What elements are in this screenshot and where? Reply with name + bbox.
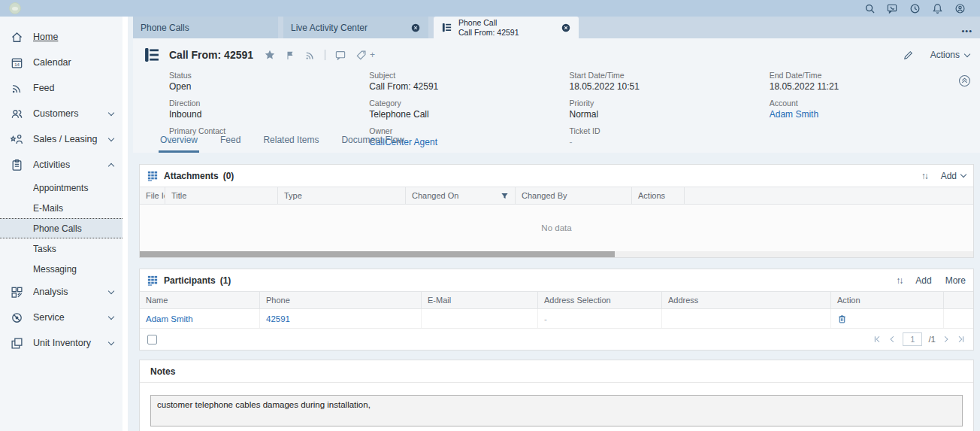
sidebar-item-home[interactable]: Home	[0, 24, 122, 50]
page-total: /1	[928, 335, 936, 344]
follow-feed-icon[interactable]	[304, 50, 316, 61]
scrollbar-thumb[interactable]	[140, 251, 615, 257]
column-filler	[944, 292, 973, 308]
tab-live-activity-center[interactable]: Live Activity Center	[283, 17, 428, 38]
account-link[interactable]: Adam Smith	[770, 109, 954, 120]
sidebar-item-appointments[interactable]: Appointments	[0, 178, 122, 198]
chevron-down-icon	[964, 50, 970, 56]
next-page-icon[interactable]	[942, 335, 951, 344]
column-phone[interactable]: Phone	[260, 292, 422, 308]
column-address[interactable]: Address	[662, 292, 831, 308]
column-file-icon[interactable]: File Ic	[140, 187, 165, 204]
participants-title: Participants	[164, 275, 216, 286]
attachments-header-row: File Ic Title Type Changed On Changed By…	[140, 187, 973, 205]
participant-name-link[interactable]: Adam Smith	[146, 314, 193, 323]
actions-button[interactable]: Actions	[930, 50, 969, 60]
horizontal-scrollbar[interactable]	[140, 251, 973, 257]
sidebar-item-emails[interactable]: E-Mails	[0, 198, 122, 218]
sidebar-item-calendar[interactable]: 14 Calendar	[0, 50, 122, 75]
sidebar-item-activities[interactable]: Activities	[0, 152, 122, 178]
tab-phone-call-active[interactable]: Phone Call Call From: 42591	[434, 17, 579, 38]
flag-icon[interactable]	[285, 50, 295, 61]
filter-icon[interactable]	[501, 192, 509, 200]
field-category: CategoryTelephone Call	[369, 99, 569, 120]
first-page-icon[interactable]	[873, 335, 882, 344]
chevron-down-icon	[108, 338, 114, 344]
edit-pencil-icon[interactable]	[903, 50, 914, 61]
notes-textarea[interactable]: customer telephone cables damages during…	[150, 395, 963, 426]
tab-overview[interactable]: Overview	[159, 132, 199, 153]
search-icon[interactable]	[858, 0, 881, 17]
field-end-datetime: End Date/Time18.05.2022 11:21	[770, 71, 969, 92]
participants-footer: /1	[140, 329, 973, 350]
participants-more-button[interactable]: More	[945, 275, 966, 286]
column-address-selection[interactable]: Address Selection	[538, 292, 662, 308]
close-icon[interactable]	[410, 23, 421, 33]
sidebar-item-tasks[interactable]: Tasks	[0, 238, 122, 259]
sales-leasing-icon	[11, 133, 23, 146]
page-number-input[interactable]	[903, 332, 922, 346]
sidebar-item-messaging[interactable]: Messaging	[0, 259, 122, 279]
sidebar-item-feed[interactable]: Feed	[0, 75, 122, 101]
notifications-bell-icon[interactable]	[926, 0, 948, 17]
field-direction: DirectionInbound	[169, 99, 369, 120]
chevron-down-icon	[108, 287, 114, 293]
page-title: Call From: 42591	[169, 49, 253, 61]
participant-phone-link[interactable]: 42591	[266, 314, 290, 323]
sidebar-item-phone-calls[interactable]: Phone Calls	[0, 218, 122, 238]
chevron-up-icon	[108, 162, 114, 168]
sort-icon[interactable]: ↑↓	[921, 171, 927, 181]
call-chat-icon[interactable]	[881, 0, 903, 17]
column-changed-by[interactable]: Changed By	[516, 187, 632, 204]
sort-icon[interactable]: ↑↓	[896, 275, 902, 286]
add-tag-button[interactable]: +	[370, 50, 375, 60]
column-name[interactable]: Name	[140, 292, 260, 308]
sidebar-item-unit-inventory[interactable]: Unit Inventory	[0, 330, 122, 356]
column-filler	[685, 187, 973, 204]
comment-bubble-icon[interactable]	[334, 50, 346, 61]
column-title[interactable]: Title	[165, 187, 278, 204]
sidebar-item-analysis[interactable]: Analysis	[0, 279, 122, 305]
notes-title: Notes	[140, 360, 973, 383]
tab-title: Phone Call	[458, 18, 556, 27]
history-clock-icon[interactable]	[903, 0, 926, 17]
column-changed-on[interactable]: Changed On	[406, 187, 516, 204]
sidebar-item-customers[interactable]: Customers	[0, 101, 122, 126]
object-header: Call From: 42591 + Actions StatusOpen S	[133, 38, 980, 153]
participants-section: Participants (1) ↑↓ Add More Name Phone …	[139, 269, 974, 351]
customers-people-icon	[11, 108, 23, 120]
participants-count: (1)	[220, 275, 231, 286]
tab-feed[interactable]: Feed	[219, 132, 242, 153]
column-type[interactable]: Type	[278, 187, 406, 204]
tab-document-flow[interactable]: Document Flow	[340, 132, 405, 153]
field-subject: SubjectCall From: 42591	[369, 71, 569, 92]
favorite-star-icon[interactable]	[264, 49, 276, 61]
last-page-icon[interactable]	[957, 335, 966, 344]
participant-row: Adam Smith 42591 -	[140, 309, 973, 329]
feed-rss-icon	[11, 82, 23, 95]
attachments-add-button[interactable]: Add	[941, 171, 966, 181]
column-actions[interactable]: Actions	[632, 187, 685, 204]
phone-call-icon	[441, 22, 452, 33]
app-logo[interactable]	[9, 2, 21, 14]
tab-overflow-button[interactable]: •••	[954, 25, 980, 38]
analysis-icon	[11, 286, 23, 299]
column-email[interactable]: E-Mail	[422, 292, 538, 308]
sidebar-item-service[interactable]: Service	[0, 305, 122, 330]
delete-trash-icon[interactable]	[837, 314, 847, 324]
collapse-header-icon[interactable]	[958, 74, 971, 87]
participants-add-button[interactable]: Add	[915, 275, 931, 286]
sidebar-item-sales-leasing[interactable]: Sales / Leasing	[0, 126, 122, 152]
account-person-icon[interactable]	[948, 0, 971, 17]
previous-page-icon[interactable]	[888, 335, 897, 344]
select-all-checkbox[interactable]	[147, 335, 157, 344]
tag-icon[interactable]	[355, 50, 367, 61]
tab-phone-calls[interactable]: Phone Calls	[133, 17, 278, 38]
tab-related-items[interactable]: Related Items	[262, 132, 320, 153]
field-start-datetime: Start Date/Time18.05.2022 10:51	[570, 71, 770, 92]
participant-address	[662, 309, 831, 328]
close-icon[interactable]	[561, 23, 571, 33]
chevron-down-icon	[108, 135, 114, 141]
tab-bar: Phone Calls Live Activity Center Phone C…	[133, 17, 980, 38]
column-action[interactable]: Action	[831, 292, 944, 308]
